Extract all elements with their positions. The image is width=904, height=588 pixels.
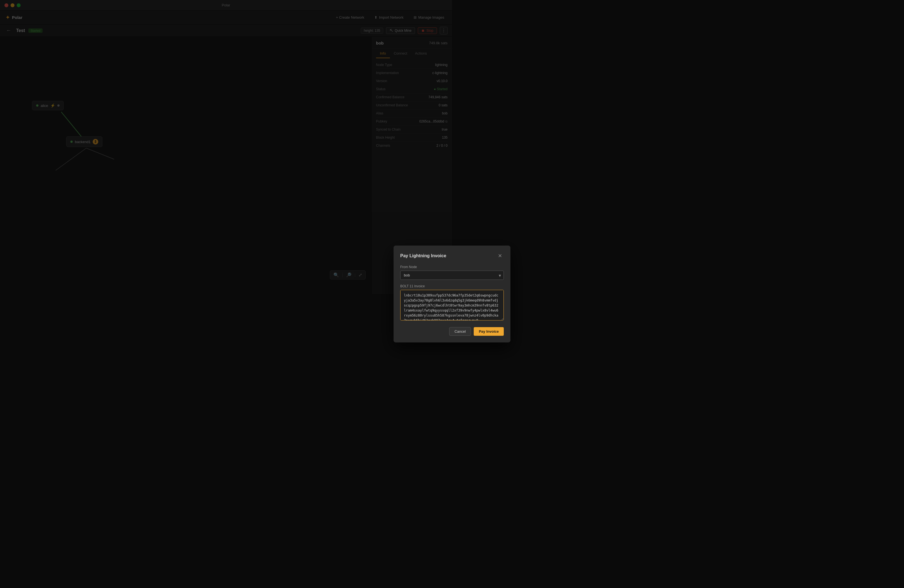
modal-header: Pay Lightning Invoice ✕ xyxy=(400,252,452,259)
pay-invoice-modal: Pay Lightning Invoice ✕ From Node bob ▾ … xyxy=(394,245,452,294)
modal-title: Pay Lightning Invoice xyxy=(400,253,446,258)
from-node-select[interactable]: bob xyxy=(400,270,452,280)
bolt11-label: BOLT 11 Invoice xyxy=(400,284,452,288)
from-node-label: From Node xyxy=(400,265,452,269)
from-node-select-wrapper: bob ▾ xyxy=(400,270,452,280)
modal-overlay[interactable]: Pay Lightning Invoice ✕ From Node bob ▾ … xyxy=(0,0,452,294)
bolt11-textarea[interactable]: lnbcrt10u1p309sufpp537dc96a7fp35det2q6sw… xyxy=(400,290,452,294)
